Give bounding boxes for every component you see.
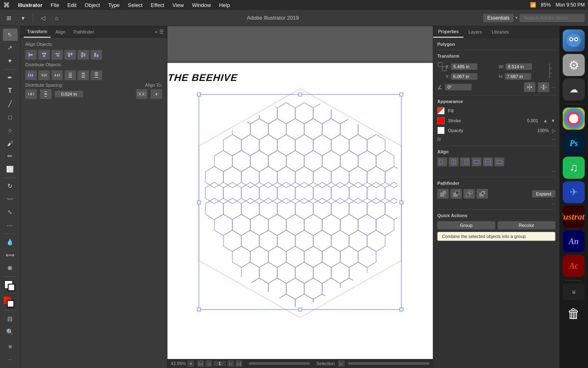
- space-horiz-btn[interactable]: [25, 89, 37, 99]
- rp-align-left-edge-btn[interactable]: [437, 157, 447, 166]
- stroke-down-btn[interactable]: ▼: [551, 118, 555, 123]
- align-to-selection-btn[interactable]: [136, 89, 147, 99]
- home-btn[interactable]: ⌂: [51, 12, 62, 24]
- pencil-tool[interactable]: ✏: [3, 150, 18, 162]
- dist-bottom-btn[interactable]: [91, 70, 102, 80]
- group-btn[interactable]: Group: [437, 221, 495, 229]
- align-top-btn[interactable]: [65, 50, 76, 60]
- panel-menu-icon[interactable]: ☰: [159, 29, 164, 35]
- menu-type[interactable]: Type: [105, 2, 123, 8]
- dist-center-vert-btn[interactable]: [78, 70, 89, 80]
- stroke-color-swatch[interactable]: [8, 284, 15, 291]
- tab-align[interactable]: Align: [52, 26, 69, 38]
- rect-tool[interactable]: □: [3, 111, 18, 123]
- x-input[interactable]: [451, 63, 477, 70]
- dock-photoshop[interactable]: Ps: [563, 132, 585, 154]
- more-tools-btn[interactable]: ···: [3, 353, 18, 366]
- align-center-horiz-btn[interactable]: [38, 50, 50, 60]
- workspace-layout-btn[interactable]: ⊞: [3, 12, 15, 24]
- dock-animate[interactable]: An: [563, 230, 585, 252]
- recolor-btn[interactable]: Recolor: [498, 221, 556, 229]
- y-input[interactable]: [451, 73, 477, 80]
- align-bottom-btn[interactable]: [91, 50, 102, 60]
- collapse-panel-icon[interactable]: «: [155, 29, 158, 35]
- dock-trash[interactable]: 🗑: [563, 303, 585, 325]
- menu-window[interactable]: Window: [189, 2, 214, 8]
- rp-align-top-edge-btn[interactable]: [472, 157, 481, 166]
- align-to-dropdown-btn[interactable]: ▾: [151, 89, 162, 99]
- dock-creative-cloud[interactable]: ☁: [563, 79, 585, 101]
- dock-copilot[interactable]: ✈: [563, 181, 585, 203]
- align-left-btn[interactable]: [25, 50, 37, 60]
- warp-tool[interactable]: 〰: [3, 193, 18, 205]
- menu-help[interactable]: Help: [216, 2, 233, 8]
- menu-select[interactable]: Select: [125, 2, 146, 8]
- blend-tool[interactable]: ⋯: [3, 219, 18, 231]
- pf-intersect-btn[interactable]: [463, 189, 475, 199]
- tab-libraries[interactable]: Libraries: [487, 26, 514, 38]
- zoom-dropdown-btn[interactable]: ▾: [187, 360, 194, 367]
- symbol-tool[interactable]: ❋: [3, 262, 18, 274]
- next-page-btn[interactable]: ▷: [227, 360, 234, 367]
- arrange-tool[interactable]: ⊞: [3, 340, 18, 352]
- tab-transform[interactable]: Transform: [24, 26, 51, 38]
- menu-file[interactable]: File: [47, 2, 62, 8]
- menu-effect[interactable]: Effect: [147, 2, 167, 8]
- h-input[interactable]: [505, 73, 531, 80]
- pf-minus-front-btn[interactable]: [450, 189, 462, 199]
- tab-pathfinder[interactable]: Pathfinder: [70, 26, 97, 38]
- rotate-tool[interactable]: ↻: [3, 180, 18, 192]
- dist-center-horiz-btn[interactable]: [38, 70, 50, 80]
- paint-brush-tool[interactable]: 🖌: [3, 137, 18, 149]
- flip-v-btn[interactable]: [538, 82, 549, 92]
- rp-align-center-horiz-btn[interactable]: [449, 157, 459, 166]
- w-input[interactable]: [506, 63, 532, 70]
- expand-btn[interactable]: Expand: [532, 190, 555, 197]
- tab-layers[interactable]: Layers: [463, 26, 487, 38]
- angle-input[interactable]: [445, 84, 472, 90]
- dock-screenshot[interactable]: 🖥: [563, 284, 585, 300]
- menu-object[interactable]: Object: [81, 2, 103, 8]
- stroke-swatch[interactable]: [437, 117, 445, 124]
- dock-chrome[interactable]: [563, 108, 585, 130]
- tab-properties[interactable]: Properties: [433, 26, 463, 38]
- magic-wand-tool[interactable]: ✦: [3, 55, 18, 67]
- constrain-icon[interactable]: [544, 63, 555, 78]
- dock-spotify[interactable]: ♫: [563, 157, 585, 179]
- scale-tool[interactable]: ⤡: [3, 206, 18, 218]
- ellipse-tool[interactable]: ○: [3, 124, 18, 136]
- more-transform-btn[interactable]: ···: [552, 85, 555, 90]
- dist-left-btn[interactable]: [25, 70, 37, 80]
- dock-finder[interactable]: [563, 29, 585, 52]
- spacing-value-input[interactable]: [55, 91, 83, 97]
- menu-illustrator[interactable]: Illustrator: [15, 2, 46, 8]
- dist-top-btn[interactable]: [65, 70, 76, 80]
- more-appearance-btn[interactable]: ···: [552, 137, 555, 142]
- first-page-btn[interactable]: |◁: [197, 360, 204, 367]
- zoom-tool[interactable]: 🔍: [3, 326, 18, 338]
- menu-edit[interactable]: Edit: [64, 2, 80, 8]
- rp-align-bottom-edge-btn[interactable]: [494, 157, 504, 166]
- scroll-bar[interactable]: [348, 362, 430, 365]
- essentials-btn[interactable]: Essentials: [483, 14, 514, 22]
- dock-system-prefs[interactable]: ⚙: [563, 54, 585, 76]
- blend-tool-2[interactable]: ⟺: [3, 249, 18, 261]
- opacity-expand-btn[interactable]: ▷: [552, 128, 555, 133]
- type-tool[interactable]: T: [3, 85, 18, 97]
- artboard-tool[interactable]: ⊟: [3, 313, 18, 325]
- space-vert-btn[interactable]: [40, 89, 51, 99]
- pf-exclude-btn[interactable]: [477, 189, 488, 199]
- rp-align-right-edge-btn[interactable]: [460, 157, 470, 166]
- fill-swatch[interactable]: [437, 107, 445, 114]
- pen-tool[interactable]: ✒: [3, 72, 18, 84]
- fx-label[interactable]: fx: [437, 137, 441, 142]
- align-right-btn[interactable]: [51, 50, 63, 60]
- dock-illustrator[interactable]: Illustrator: [563, 206, 585, 228]
- stroke-up-btn[interactable]: ▲: [543, 118, 548, 123]
- flip-h-btn[interactable]: [524, 82, 535, 92]
- apple-menu[interactable]: ⌘: [3, 1, 10, 9]
- essentials-dropdown-icon[interactable]: ▾: [515, 15, 518, 20]
- more-pathfinder-btn[interactable]: ···: [437, 201, 555, 206]
- direct-selection-tool[interactable]: ↗: [3, 42, 18, 54]
- page-number-input[interactable]: [214, 361, 226, 366]
